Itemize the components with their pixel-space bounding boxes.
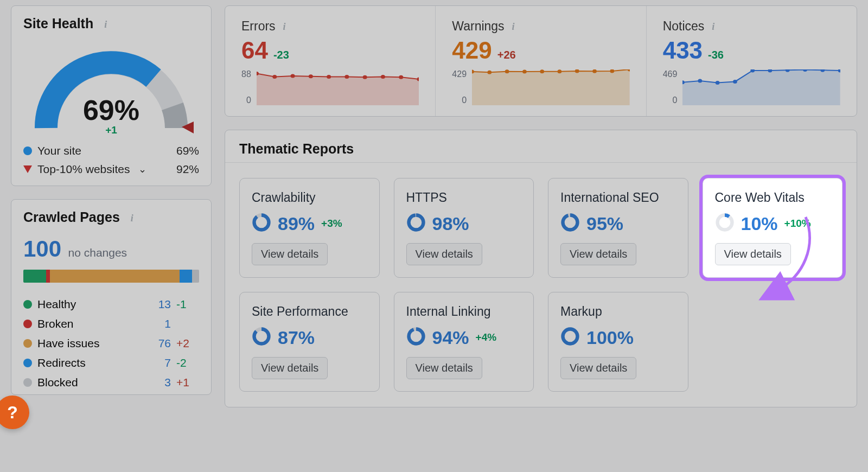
svg-point-34 — [409, 215, 423, 230]
crawled-row-broken[interactable]: Broken1 — [23, 314, 199, 334]
info-icon[interactable]: i — [279, 22, 290, 33]
legend-your-site: Your site 69% — [23, 144, 199, 157]
spark-ymax: 88 — [241, 69, 251, 79]
svg-point-5 — [327, 75, 331, 79]
svg-point-32 — [254, 215, 269, 230]
issue-title: Errors — [241, 19, 276, 33]
issue-card-errors[interactable]: Errors i64-23880 — [225, 6, 436, 116]
crawled-row-delta: +1 — [171, 376, 199, 389]
legend-label: Top-10% websites — [37, 163, 130, 176]
donut-icon — [560, 327, 580, 348]
info-icon[interactable]: i — [708, 22, 719, 33]
donut-icon — [406, 213, 426, 234]
svg-point-4 — [309, 74, 313, 78]
dot-icon — [23, 359, 32, 367]
site-health-gauge: 69% +1 — [24, 41, 198, 139]
svg-point-15 — [540, 69, 544, 73]
chevron-down-icon[interactable]: ⌄ — [138, 163, 146, 175]
spark-ymax: 469 — [663, 69, 678, 79]
donut-icon — [560, 213, 580, 234]
view-details-button[interactable]: View details — [406, 243, 482, 265]
svg-point-13 — [505, 69, 509, 73]
site-health-title: Site Health — [23, 16, 93, 31]
question-icon: ? — [7, 403, 18, 423]
svg-point-12 — [487, 71, 492, 74]
view-details-button[interactable]: View details — [560, 243, 636, 265]
segment-have-issues — [50, 270, 180, 283]
report-title: Site Performance — [252, 304, 367, 319]
issue-card-warnings[interactable]: Warnings i429+264290 — [436, 6, 646, 116]
report-pct: 94% — [432, 327, 469, 348]
segment-redirects — [180, 270, 192, 283]
crawled-row-delta: -1 — [171, 298, 199, 311]
crawled-row-label: Blocked — [37, 376, 78, 389]
spark-ymax: 429 — [452, 69, 467, 79]
svg-point-40 — [254, 329, 269, 344]
report-title: Core Web Vitals — [715, 190, 831, 205]
report-title: HTTPS — [406, 190, 522, 205]
thematic-reports-title: Thematic Reports — [239, 141, 354, 157]
crawled-row-label: Have issues — [37, 337, 99, 350]
issues-card: Errors i64-23880Warnings i429+264290Noti… — [225, 5, 857, 117]
crawled-row-delta: -2 — [171, 356, 199, 369]
report-card-international-seo: International SEO95%View details — [548, 178, 688, 278]
spark-ymin: 0 — [452, 95, 467, 105]
report-title: International SEO — [560, 190, 676, 205]
svg-point-37 — [717, 215, 732, 230]
site-health-value: 69% — [83, 94, 139, 126]
report-delta: +3% — [321, 218, 342, 229]
report-card-internal-linking: Internal Linking94%+4%View details — [394, 292, 534, 392]
issue-card-notices[interactable]: Notices i433-364690 — [647, 6, 857, 116]
crawled-row-have-issues[interactable]: Have issues76+2 — [23, 334, 199, 353]
info-icon[interactable]: i — [508, 22, 519, 33]
crawled-row-redirects[interactable]: Redirects7-2 — [23, 353, 199, 373]
view-details-button[interactable]: View details — [252, 243, 328, 265]
view-details-button[interactable]: View details — [715, 243, 791, 265]
legend-value: 92% — [176, 163, 199, 176]
svg-point-42 — [409, 329, 423, 344]
report-delta: +10% — [784, 218, 811, 229]
svg-point-18 — [592, 69, 597, 73]
view-details-button[interactable]: View details — [252, 357, 328, 379]
report-card-crawlability: Crawlability89%+3%View details — [239, 178, 380, 278]
help-fab[interactable]: ? — [0, 396, 29, 429]
crawled-row-count: 7 — [144, 356, 171, 369]
crawled-row-label: Healthy — [37, 298, 76, 311]
legend-label: Your site — [37, 144, 81, 157]
report-card-https: HTTPS98%View details — [394, 178, 534, 278]
info-icon[interactable]: i — [126, 213, 137, 224]
crawled-pages-total: 100 — [23, 236, 61, 262]
report-title: Markup — [560, 304, 676, 319]
crawled-row-delta: +2 — [171, 337, 199, 350]
view-details-button[interactable]: View details — [560, 357, 636, 379]
issue-delta: -36 — [708, 49, 724, 61]
dot-icon — [23, 378, 32, 387]
svg-point-8 — [381, 75, 385, 79]
crawled-row-healthy[interactable]: Healthy13-1 — [23, 295, 199, 314]
view-details-button[interactable]: View details — [406, 357, 482, 379]
report-card-markup: Markup100%View details — [548, 292, 688, 392]
crawled-row-blocked[interactable]: Blocked3+1 — [23, 373, 199, 392]
donut-icon — [406, 327, 426, 348]
report-pct: 10% — [741, 213, 778, 234]
crawled-row-count: 76 — [144, 337, 171, 350]
report-pct: 98% — [432, 213, 469, 234]
svg-point-2 — [272, 75, 277, 79]
dot-icon — [23, 300, 32, 309]
svg-point-14 — [522, 70, 527, 74]
report-card-site-performance: Site Performance87%View details — [239, 292, 380, 392]
svg-point-44 — [563, 329, 578, 344]
svg-point-6 — [344, 75, 349, 79]
legend-value: 69% — [176, 144, 199, 157]
report-card-core-web-vitals: Core Web Vitals10%+10%View details — [703, 178, 843, 278]
legend-top10[interactable]: Top-10% websites ⌄ 92% — [23, 163, 199, 176]
dot-icon — [23, 146, 32, 155]
site-health-card: Site Health i 69% +1 Your site — [11, 5, 212, 186]
svg-point-24 — [733, 80, 737, 84]
svg-point-16 — [558, 69, 562, 73]
crawled-row-count: 1 — [144, 317, 171, 330]
triangle-down-icon — [23, 165, 32, 173]
svg-point-36 — [563, 215, 578, 230]
info-icon[interactable]: i — [100, 20, 111, 30]
crawled-pages-note: no changes — [68, 246, 127, 259]
